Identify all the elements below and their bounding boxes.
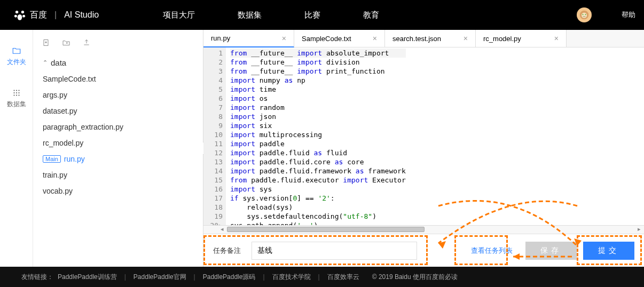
new-folder-icon[interactable] [62, 38, 70, 47]
svg-point-15 [13, 94, 14, 95]
gutter: 1234567891011121314151617181920▸21222324 [203, 47, 226, 225]
scrollbar-thumb[interactable] [227, 227, 425, 232]
footer: 友情链接： PaddlePaddle训练营| PaddlePaddle官网| P… [0, 267, 644, 287]
close-icon[interactable]: × [554, 34, 559, 43]
folder-row[interactable]: ⌃ data [33, 54, 203, 71]
svg-point-16 [15, 94, 17, 95]
close-icon[interactable]: × [464, 34, 468, 43]
close-icon[interactable]: × [373, 34, 377, 43]
code-content[interactable]: from __future__ import absolute_importfr… [226, 47, 410, 225]
code-area[interactable]: 1234567891011121314151617181920▸21222324… [203, 47, 644, 225]
nav-projects[interactable]: 项目大厅 [163, 10, 195, 20]
baidu-paw-icon [13, 8, 27, 22]
svg-point-6 [582, 13, 587, 18]
footer-link[interactable]: 百度技术学院 [272, 273, 311, 282]
file-toolbar [33, 36, 203, 51]
sidebar-narrow: 文件夹 数据集 [0, 30, 33, 267]
svg-point-12 [13, 92, 14, 93]
tabs: run.py× SampleCode.txt× search.test.json… [203, 30, 644, 47]
file-row[interactable]: paragraph_extraction.py [33, 119, 203, 135]
nav-datasets[interactable]: 数据集 [238, 10, 262, 20]
sidebar-files[interactable]: 文件夹 [7, 43, 26, 70]
file-panel: ⌃ data SampleCode.txt args.py dataset.py… [33, 30, 203, 267]
tab-run-py[interactable]: run.py× [203, 30, 294, 47]
folder-icon [11, 46, 22, 55]
svg-point-13 [15, 92, 17, 93]
footer-link[interactable]: PaddlePaddle官网 [133, 273, 186, 282]
avatar[interactable] [577, 7, 592, 22]
svg-point-10 [15, 90, 17, 91]
logo-subtitle: AI Studio [64, 10, 99, 20]
sidebar-dataset[interactable]: 数据集 [7, 85, 26, 112]
svg-point-2 [14, 15, 17, 18]
file-row[interactable]: vocab.py [33, 183, 203, 199]
svg-point-17 [18, 94, 19, 95]
editor: ◂ run.py× SampleCode.txt× search.test.js… [203, 30, 644, 267]
footer-link[interactable]: PaddlePaddle训练营 [58, 273, 117, 282]
logo-text: 百度 [30, 10, 47, 21]
task-label: 任务备注 [213, 246, 241, 256]
new-file-icon[interactable] [42, 38, 50, 47]
tab-search-json[interactable]: search.test.json× [385, 30, 476, 47]
file-row[interactable]: rc_model.py [33, 135, 203, 151]
svg-point-7 [583, 14, 584, 15]
tab-rcmodel[interactable]: rc_model.py× [476, 30, 567, 47]
upload-icon[interactable] [82, 38, 91, 47]
svg-point-11 [18, 90, 19, 91]
view-task-list-link[interactable]: 查看任务列表 [471, 246, 513, 256]
top-nav: 百度 | AI Studio 项目大厅 数据集 比赛 教育 帮助 [0, 0, 644, 30]
svg-point-8 [585, 14, 586, 15]
nav-education[interactable]: 教育 [363, 10, 379, 20]
main: 文件夹 数据集 ⌃ data SampleCode.txt args.py da… [0, 30, 644, 267]
footer-prefix: 友情链接： [21, 273, 53, 282]
svg-point-0 [15, 11, 18, 13]
file-row[interactable]: train.py [33, 167, 203, 183]
scroll-right-icon[interactable]: ▸ [635, 226, 643, 233]
file-row[interactable]: dataset.py [33, 103, 203, 119]
main-badge: Main [43, 155, 61, 163]
footer-link[interactable]: PaddlePaddle源码 [203, 273, 256, 282]
footer-copy: © 2019 Baidu 使用百度前必读 [372, 273, 458, 282]
footer-link[interactable]: 百度效率云 [327, 273, 359, 282]
submit-button[interactable]: 提交 [583, 242, 634, 260]
tab-samplecode[interactable]: SampleCode.txt× [294, 30, 385, 47]
svg-point-1 [21, 11, 24, 13]
svg-point-3 [22, 15, 25, 18]
taskbar: 任务备注 查看任务列表 保存 提交 [203, 234, 644, 267]
logo[interactable]: 百度 | AI Studio [13, 8, 99, 22]
close-icon[interactable]: × [282, 34, 286, 43]
nav-help[interactable]: 帮助 [622, 10, 635, 20]
file-row[interactable]: args.py [33, 87, 203, 103]
save-button[interactable]: 保存 [525, 242, 577, 260]
nav-competitions[interactable]: 比赛 [304, 10, 320, 20]
file-row[interactable]: SampleCode.txt [33, 71, 203, 87]
svg-point-14 [18, 92, 19, 93]
chevron-down-icon: ⌃ [43, 59, 48, 66]
task-note-input[interactable] [252, 242, 417, 260]
nav-links: 项目大厅 数据集 比赛 教育 [163, 10, 379, 20]
svg-point-4 [18, 14, 22, 20]
file-row-active[interactable]: Main run.py [33, 151, 203, 167]
file-list: ⌃ data SampleCode.txt args.py dataset.py… [33, 51, 203, 202]
scroll-left-icon[interactable]: ◂ [218, 226, 226, 233]
monkey-avatar-icon [579, 10, 590, 20]
svg-point-9 [13, 90, 14, 91]
dataset-icon [11, 88, 22, 98]
horizontal-scrollbar[interactable]: ◂ ▸ [203, 225, 644, 234]
